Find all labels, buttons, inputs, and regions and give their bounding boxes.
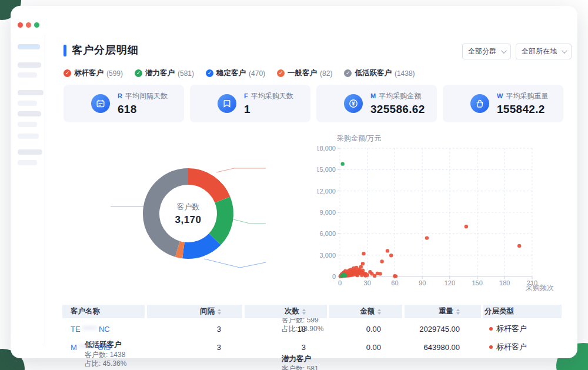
stat-card-recency: R平均间隔天数 618 (64, 85, 184, 122)
check-circle-icon: ✓ (206, 69, 213, 77)
legend-item-inactive[interactable]: ✓ 低活跃客户 (1438) (344, 68, 415, 78)
legend-item-general[interactable]: ✓ 一般客户 (82) (277, 68, 332, 78)
svg-text:采购频次: 采购频次 (526, 284, 554, 292)
title-accent-bar (64, 45, 66, 56)
column-header-amount[interactable]: 金额 (329, 305, 402, 318)
sort-icon[interactable] (302, 309, 306, 315)
chevron-down-icon (562, 48, 567, 54)
customer-table: 客户名称 间隔 次数 金额 重量 (62, 305, 562, 355)
cell-weight: 2029745.00 (405, 325, 481, 334)
legend-label: 稳定客户 (216, 68, 246, 78)
metric-code: R (118, 92, 122, 99)
table-row: M*** **GIS 3 3 0.00 643980.00 标杆客户 (62, 339, 562, 355)
column-header-times[interactable]: 次数 (245, 305, 327, 318)
sidebar-skeleton-item (18, 160, 37, 165)
cell-amount: 0.00 (329, 343, 402, 352)
legend-label: 低活跃客户 (355, 68, 392, 78)
check-circle-icon: ✓ (135, 69, 142, 77)
customer-name-link[interactable]: M*** **GIS (71, 343, 111, 352)
legend-item-benchmark[interactable]: ✓ 标杆客户 (599) (64, 68, 123, 78)
metric-code: W (497, 92, 503, 99)
column-header-weight[interactable]: 重量 (405, 305, 481, 318)
yen-icon (344, 94, 363, 113)
segment-legend: ✓ 标杆客户 (599) ✓ 潜力客户 (581) ✓ 稳定客户 (470) ✓… (64, 68, 415, 78)
main-content: 客户分层明细 全部分群 全部所在地 ✓ 标杆客户 (599) ✓ 潜力客户 (5… (45, 6, 577, 358)
legend-count: (470) (249, 69, 265, 78)
sidebar-skeleton-item (18, 62, 41, 68)
svg-text:90: 90 (419, 279, 426, 286)
redacted-text: *** ** (79, 343, 96, 352)
sort-icon[interactable] (456, 309, 460, 315)
leader-line-potential (231, 219, 266, 224)
redacted-text: ***** (82, 325, 97, 334)
cell-interval: 3 (147, 325, 242, 334)
donut-center-value: 3,170 (175, 214, 201, 226)
scatter-chart-canvas[interactable]: 03,0006,0009,00012,00015,00018,000030609… (318, 132, 576, 296)
sidebar-skeleton-item (18, 72, 37, 78)
svg-text:12,000: 12,000 (318, 188, 336, 195)
cell-times: 3 (245, 343, 327, 352)
leader-line-benchmark (216, 168, 266, 172)
svg-text:0: 0 (332, 273, 336, 280)
calendar-icon (91, 94, 110, 113)
svg-text:60: 60 (391, 279, 398, 286)
check-circle-icon: ✓ (344, 69, 352, 77)
sort-icon[interactable] (218, 309, 221, 315)
metric-value: 1 (244, 103, 293, 116)
cell-amount: 0.00 (329, 325, 402, 334)
metric-value: 618 (118, 103, 168, 116)
stat-cards: R平均间隔天数 618 F平均采购天数 1 (64, 85, 563, 122)
metric-code: M (370, 92, 376, 99)
cell-times: 18 (245, 325, 327, 334)
stat-card-frequency: F平均采购天数 1 (190, 85, 310, 122)
legend-count: (581) (178, 69, 194, 78)
cell-type: 标杆客户 (483, 324, 562, 334)
svg-text:6,000: 6,000 (319, 230, 336, 237)
svg-text:采购金额/万元: 采购金额/万元 (337, 134, 381, 142)
svg-text:0: 0 (338, 279, 342, 286)
check-circle-icon: ✓ (64, 69, 71, 77)
legend-item-potential[interactable]: ✓ 潜力客户 (581) (135, 68, 194, 78)
metric-label: 平均采购重量 (506, 91, 548, 101)
legend-label: 潜力客户 (145, 68, 175, 78)
purchase-scatter-chart: 03,0006,0009,00012,00015,00018,000030609… (318, 132, 576, 296)
legend-label: 一般客户 (288, 68, 317, 78)
customer-name-link[interactable]: TE*****NC (71, 325, 110, 334)
donut-center-label: 客户数 (175, 202, 201, 212)
legend-count: (599) (106, 69, 123, 78)
table-header-row: 客户名称 间隔 次数 金额 重量 (62, 305, 562, 318)
metric-label: 平均间隔天数 (125, 91, 168, 101)
page-title: 客户分层明细 (72, 43, 139, 57)
svg-text:9,000: 9,000 (319, 209, 336, 216)
leader-line-stable (204, 259, 266, 268)
segment-filter-select[interactable]: 全部分群 (462, 44, 511, 59)
legend-count: (1438) (395, 69, 415, 78)
svg-text:18,000: 18,000 (318, 145, 336, 152)
sidebar-skeleton-item (18, 90, 44, 95)
location-filter-select[interactable]: 全部所在地 (516, 44, 572, 59)
check-circle-icon: ✓ (277, 69, 285, 77)
metric-value: 155842.2 (497, 103, 548, 116)
legend-item-stable[interactable]: ✓ 稳定客户 (470) (206, 68, 265, 78)
cell-interval: 3 (147, 343, 242, 352)
segment-dot-icon (489, 327, 493, 331)
column-header-type: 分层类型 (483, 305, 562, 318)
stat-card-weight: W平均采购重量 155842.2 (443, 85, 563, 122)
legend-label: 标杆客户 (74, 68, 103, 78)
svg-text:3,000: 3,000 (319, 252, 336, 259)
stat-card-monetary: M平均采购金额 325586.62 (316, 85, 437, 122)
column-header-interval[interactable]: 间隔 (147, 305, 242, 318)
filter-bar: 全部分群 全部所在地 (462, 44, 572, 59)
sort-icon[interactable] (377, 309, 381, 315)
sidebar-skeleton-item (18, 134, 39, 139)
metric-label: 平均采购天数 (251, 91, 293, 101)
legend-count: (82) (320, 69, 332, 78)
sidebar-skeleton-item (18, 122, 37, 127)
svg-text:30: 30 (364, 279, 371, 286)
svg-text:15,000: 15,000 (318, 166, 336, 173)
sidebar-skeleton-item (18, 149, 42, 155)
segment-dot-icon (489, 345, 493, 349)
cell-weight: 643980.00 (405, 343, 481, 352)
bookmark-icon (218, 94, 236, 113)
app-window: 客户分层明细 全部分群 全部所在地 ✓ 标杆客户 (599) ✓ 潜力客户 (5… (11, 6, 577, 358)
